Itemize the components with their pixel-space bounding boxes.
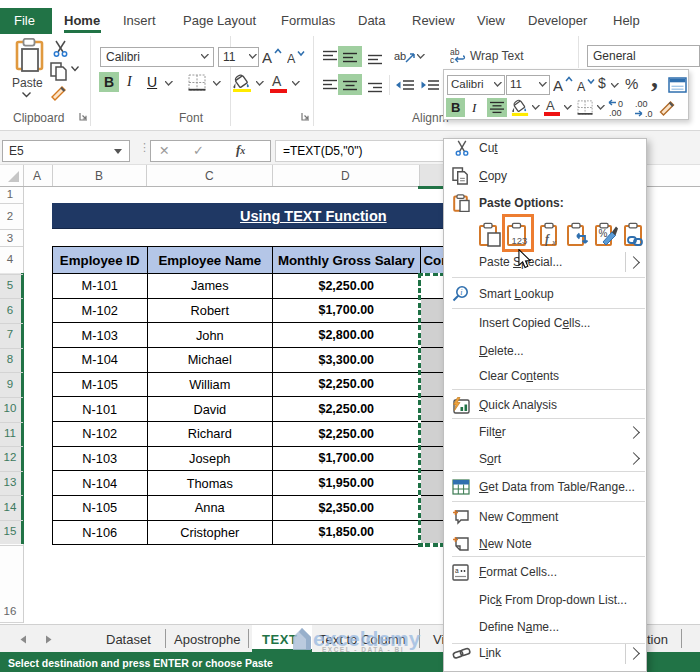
svg-text:123: 123 [512, 235, 528, 246]
svg-text:A: A [287, 52, 296, 66]
svg-text:i: i [460, 288, 462, 297]
svg-text:x: x [551, 237, 556, 247]
svg-text:.00: .00 [635, 99, 648, 109]
svg-text:a: a [455, 567, 459, 574]
svg-text:A: A [553, 77, 563, 94]
svg-text:.00: .00 [609, 108, 622, 117]
svg-text:ab: ab [394, 50, 406, 62]
svg-text:%: % [599, 228, 608, 239]
svg-text:.0: .0 [645, 109, 653, 117]
svg-text:exceldemy: exceldemy [313, 627, 421, 650]
svg-text:A: A [262, 49, 272, 66]
svg-text:A: A [577, 80, 586, 94]
